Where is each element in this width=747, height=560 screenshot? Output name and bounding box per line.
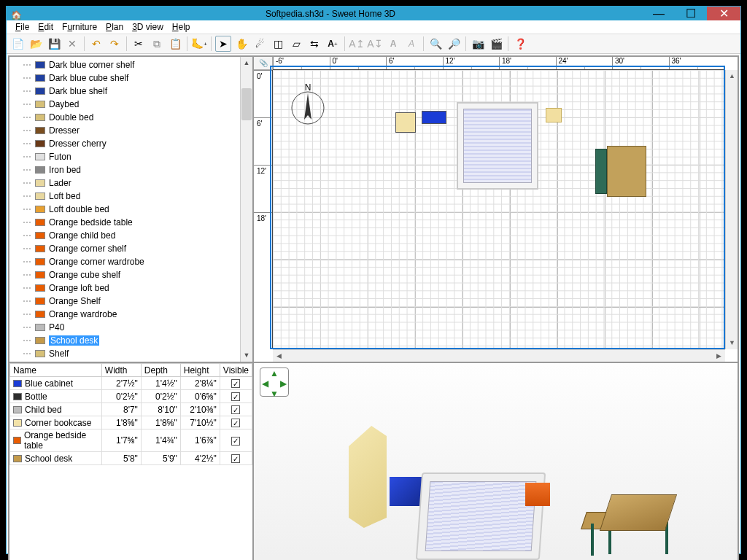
- view-3d[interactable]: ▲ ◀▶ ▼: [253, 362, 738, 560]
- video-button[interactable]: 🎬: [488, 36, 504, 52]
- catalog-item[interactable]: ⋯Loft bed: [9, 190, 240, 203]
- visible-checkbox[interactable]: ✓: [231, 454, 240, 463]
- zoom-in-button[interactable]: 🔍: [427, 36, 444, 52]
- italic-button[interactable]: A: [403, 36, 419, 52]
- visible-checkbox[interactable]: ✓: [231, 405, 240, 414]
- catalog-item[interactable]: ⋯Dark blue shelf: [9, 85, 240, 98]
- menu-plan[interactable]: Plan: [101, 20, 128, 34]
- col-width[interactable]: Width: [101, 364, 141, 377]
- help-button[interactable]: ❓: [512, 36, 528, 52]
- plan-2d-view[interactable]: 📎 -6'0'6'12'18'24'30'36' 0'6'12'18' N: [253, 56, 738, 362]
- menu-3dview[interactable]: 3D view: [128, 20, 168, 34]
- select-tool[interactable]: ➤: [215, 36, 231, 52]
- plan-h-scrollbar[interactable]: ◀▶: [273, 349, 725, 362]
- menu-file[interactable]: File: [11, 20, 34, 34]
- catalog-item[interactable]: ⋯Dresser cherry: [9, 137, 240, 150]
- iso-bedside[interactable]: [525, 483, 550, 506]
- menu-edit[interactable]: Edit: [34, 20, 58, 34]
- furniture-list[interactable]: Name Width Depth Height Visible Blue cab…: [9, 362, 253, 560]
- paste-button[interactable]: 📋: [167, 36, 183, 52]
- new-button[interactable]: 📄: [9, 36, 26, 52]
- plan-obj-childbed[interactable]: [457, 102, 538, 190]
- catalog-item[interactable]: ⋯Iron bed: [9, 163, 240, 176]
- minimize-button[interactable]: ―: [643, 7, 675, 20]
- nav-pad[interactable]: ▲ ◀▶ ▼: [260, 368, 289, 397]
- nav-up-icon[interactable]: ▲: [270, 368, 279, 378]
- tree-dots: ⋯: [23, 125, 31, 136]
- catalog-item-label: Dresser cherry: [49, 139, 107, 149]
- catalog-item[interactable]: ⋯Shelf: [9, 347, 240, 360]
- catalog-item[interactable]: ⋯Orange wardrobe: [9, 308, 240, 321]
- redo-button[interactable]: ↷: [107, 36, 123, 52]
- catalog-item[interactable]: ⋯Orange child bed: [9, 229, 240, 242]
- furniture-catalog[interactable]: ⋯Dark blue corner shelf⋯Dark blue cube s…: [9, 56, 253, 362]
- iso-schooldesk[interactable]: [584, 487, 678, 545]
- wizard-button[interactable]: ☄: [252, 36, 268, 52]
- visible-checkbox[interactable]: ✓: [231, 392, 240, 401]
- iso-cabinet[interactable]: [390, 477, 423, 506]
- catalog-item[interactable]: ⋯Orange bedside table: [9, 216, 240, 229]
- col-height[interactable]: Height: [180, 364, 220, 377]
- nav-down-icon[interactable]: ▼: [270, 389, 279, 399]
- catalog-item[interactable]: ⋯Orange corner shelf: [9, 242, 240, 255]
- copy-button[interactable]: ⧉: [149, 36, 165, 52]
- col-visible[interactable]: Visible: [220, 364, 252, 377]
- decrease-text-button[interactable]: A↧: [367, 36, 383, 52]
- catalog-scrollbar[interactable]: ▲▼: [240, 57, 252, 362]
- catalog-item[interactable]: ⋯Daybed: [9, 98, 240, 111]
- open-button[interactable]: 📂: [28, 36, 44, 52]
- catalog-item[interactable]: ⋯Orange loft bed: [9, 281, 240, 295]
- catalog-item[interactable]: ⋯Orange cube shelf: [9, 268, 240, 281]
- catalog-item[interactable]: ⋯Orange corner wardrobe: [9, 255, 240, 268]
- create-dimensions-tool[interactable]: ⇆: [306, 36, 322, 52]
- table-row[interactable]: Blue cabinet2'7½"1'4½"2'8¼"✓: [10, 377, 252, 390]
- catalog-item[interactable]: ⋯P40: [9, 321, 240, 334]
- menu-furniture[interactable]: Furniture: [58, 20, 101, 34]
- catalog-item[interactable]: ⋯Orange Shelf: [9, 295, 240, 308]
- zoom-out-button[interactable]: 🔎: [446, 36, 462, 52]
- catalog-item[interactable]: ⋯Dark blue corner shelf: [9, 58, 240, 71]
- bold-button[interactable]: A: [385, 36, 401, 52]
- catalog-item[interactable]: ⋯Loft double bed: [9, 203, 240, 216]
- plan-obj-cabinet[interactable]: [422, 111, 446, 124]
- table-row[interactable]: Orange bedside table1'7⅝"1'4¾"1'6⅞"✓: [10, 429, 252, 452]
- pan-tool[interactable]: ✋: [233, 36, 249, 52]
- menu-help[interactable]: Help: [168, 20, 195, 34]
- photo-button[interactable]: 📷: [470, 36, 486, 52]
- catalog-item[interactable]: ⋯Dresser: [9, 124, 240, 137]
- save-button[interactable]: 💾: [46, 36, 62, 52]
- catalog-item[interactable]: ⋯Dark blue cube shelf: [9, 71, 240, 85]
- visible-checkbox[interactable]: ✓: [231, 379, 240, 388]
- table-row[interactable]: Child bed8'7"8'10"2'10⅜"✓: [10, 403, 252, 416]
- plan-obj-bedside[interactable]: [546, 108, 562, 122]
- create-walls-tool[interactable]: ◫: [270, 36, 286, 52]
- close-button[interactable]: ✕: [707, 7, 740, 20]
- catalog-item[interactable]: ⋯Lader: [9, 176, 240, 190]
- nav-left-icon[interactable]: ◀: [260, 378, 270, 389]
- table-row[interactable]: School desk5'8"5'9"4'2½"✓: [10, 452, 252, 465]
- plan-canvas[interactable]: N: [273, 70, 725, 349]
- preferences-button[interactable]: ✕: [64, 36, 80, 52]
- create-rooms-tool[interactable]: ▱: [288, 36, 304, 52]
- plan-obj-bookcase[interactable]: [395, 112, 416, 133]
- undo-button[interactable]: ↶: [88, 36, 104, 52]
- catalog-item[interactable]: ⋯Double bed: [9, 111, 240, 124]
- compass-icon[interactable]: N: [286, 83, 330, 127]
- iso-bookcase[interactable]: [349, 426, 387, 528]
- table-row[interactable]: Corner bookcase1'8⅝"1'8⅝"7'10½"✓: [10, 416, 252, 429]
- visible-checkbox[interactable]: ✓: [231, 437, 240, 446]
- table-row[interactable]: Bottle0'2½"0'2½"0'6⅝"✓: [10, 390, 252, 403]
- catalog-item[interactable]: ⋯Futon: [9, 150, 240, 163]
- cut-button[interactable]: ✂: [131, 36, 147, 52]
- add-furniture-button[interactable]: 🦶+: [191, 36, 207, 52]
- plan-v-scrollbar[interactable]: ▲▼: [725, 70, 738, 349]
- catalog-item[interactable]: ⋯School desk: [9, 334, 240, 347]
- col-depth[interactable]: Depth: [141, 364, 180, 377]
- col-name[interactable]: Name: [10, 364, 102, 377]
- nav-right-icon[interactable]: ▶: [279, 378, 288, 389]
- visible-checkbox[interactable]: ✓: [231, 419, 240, 427]
- text-tool[interactable]: A+: [325, 36, 341, 52]
- maximize-button[interactable]: ☐: [675, 7, 707, 20]
- plan-obj-schooldesk[interactable]: [595, 146, 648, 197]
- increase-text-button[interactable]: A↥: [349, 36, 365, 52]
